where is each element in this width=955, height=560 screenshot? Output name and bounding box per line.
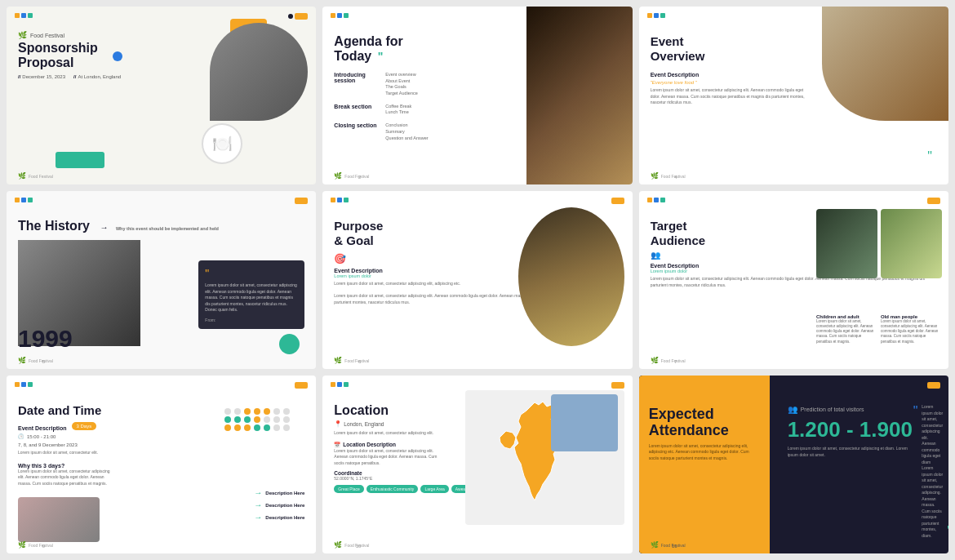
accent-green-1 bbox=[56, 152, 104, 168]
slide1-location: // At London, England bbox=[73, 74, 121, 79]
history-quote-box: " Lorem ipsum dolor sit amet, consectetu… bbox=[198, 260, 304, 329]
days-badge: 3 Days bbox=[72, 422, 97, 430]
history-year: 1999 bbox=[18, 325, 73, 353]
loc-desc-icon: 📅 bbox=[334, 442, 340, 448]
slide-location: Location 📍 London, England Lorem ipsum d… bbox=[322, 376, 632, 553]
blue-circle-1 bbox=[113, 51, 122, 61]
uk-map-svg bbox=[465, 390, 624, 525]
slide-grid: 🌿 Food Festival SponsorshipProposal // D… bbox=[0, 0, 955, 560]
purpose-oval-img bbox=[518, 207, 624, 346]
attendance-lorem-right: Lorem ipsum dolor sit amet, consectetur … bbox=[788, 446, 918, 458]
corner-tl-6 bbox=[647, 198, 665, 202]
corner-tr-5 bbox=[611, 198, 624, 204]
desc-arrow-2: → bbox=[254, 500, 262, 509]
from-label: From: bbox=[205, 318, 298, 322]
quote-symbol: " bbox=[205, 267, 298, 280]
corner-tl-8 bbox=[331, 382, 349, 387]
audience-img-2 bbox=[881, 209, 942, 278]
location-desc-text: Lorem ipsum dolor sit amet, consectetur … bbox=[334, 448, 448, 467]
camera-icon-5 bbox=[611, 198, 624, 204]
desc-row-2: → Description Here bbox=[254, 500, 304, 509]
corner-tl-2 bbox=[331, 13, 349, 18]
corner-tr-8 bbox=[611, 382, 624, 389]
slide2-footer: 🌿 Food Festival 2 bbox=[334, 172, 369, 180]
attendance-quote-section: " Lorem ipsum dolor sit amet, consectetu… bbox=[913, 404, 937, 539]
slide-date-time: Date and Time Event Description 3 Days 🕒… bbox=[7, 376, 316, 553]
corner-tl-1 bbox=[15, 13, 33, 18]
svg-rect-1 bbox=[551, 394, 618, 451]
slide3-photo bbox=[822, 7, 948, 121]
desc-row-3: → Description Here bbox=[254, 513, 304, 522]
slide-expected-attendance: ExpectedAttendance Lorem ipsum dolor sit… bbox=[639, 376, 948, 553]
children-label-col: Children and adult Lorem ipsum dolor sit… bbox=[816, 314, 877, 344]
location-lorem: Lorem ipsum dolor sit amet, consectetur … bbox=[334, 430, 448, 437]
slide8-footer: 🌿 Food Festival 10 bbox=[334, 541, 369, 549]
slide-sponsorship: 🌿 Food Festival SponsorshipProposal // D… bbox=[7, 7, 316, 184]
img-labels: Children and adult Lorem ipsum dolor sit… bbox=[816, 314, 942, 344]
dot-green-1 bbox=[28, 13, 33, 18]
quote-mark-3: " bbox=[927, 149, 932, 164]
slide-event-overview: EventOverview Event Description "Everyon… bbox=[639, 7, 948, 184]
date-text: 7, 8, and 9 December 2023 bbox=[18, 442, 304, 447]
audience-images bbox=[816, 209, 942, 278]
audience-img-1 bbox=[816, 209, 877, 278]
uk-map-area bbox=[465, 390, 624, 525]
corner-tl-4 bbox=[15, 198, 33, 202]
pin-icon: 📍 bbox=[334, 420, 342, 428]
slide9-footer: 🌿 Food Festival 11 bbox=[651, 541, 686, 549]
lorem1-text: Lorem ipsum dolor sit amet, consectetur … bbox=[18, 450, 116, 456]
descriptions: → Description Here → Description Here → … bbox=[254, 488, 304, 525]
slide4-footer: 🌿 Food Festival 5 bbox=[18, 357, 53, 364]
attendance-left-panel: ExpectedAttendance Lorem ipsum dolor sit… bbox=[639, 376, 770, 553]
why3-text: Lorem ipsum dolor sit amet, consectetur … bbox=[18, 469, 116, 487]
old-label-col: Old man people Lorem ipsum dolor sit ame… bbox=[881, 314, 942, 344]
slide-agenda: Agenda forToday " Introducing session Ev… bbox=[322, 7, 632, 184]
quote-left-icon: " bbox=[913, 404, 918, 419]
dot-dark-1 bbox=[288, 14, 293, 19]
tag-large-area: Large Area bbox=[420, 485, 448, 493]
attendance-right-panel: 👥 Prediction of total visitors 1.200 - 1… bbox=[776, 376, 948, 553]
slide-history: The History → Why this event should be i… bbox=[7, 191, 316, 369]
slide-target-audience: TargetAudience 👥 Event Description Lorem… bbox=[639, 191, 948, 369]
plate-icon: 🍽️ bbox=[202, 123, 242, 164]
history-title: The History → Why this event should be i… bbox=[18, 219, 304, 233]
attendance-quote-text: Lorem ipsum dolor sit amet, consectetur … bbox=[922, 404, 943, 539]
person-icon: 👥 bbox=[788, 405, 797, 414]
desc-row-1: → Description Here bbox=[254, 488, 304, 497]
desc-arrow-1: → bbox=[254, 488, 262, 497]
dot-blue-1 bbox=[21, 13, 26, 18]
quote-right-icon: " bbox=[947, 524, 948, 539]
slide7-footer: 🌿 Food Festival 9 bbox=[18, 541, 53, 549]
slide1-footer: 🌿 Food Festival bbox=[18, 172, 53, 180]
camera-icon-1 bbox=[295, 13, 308, 20]
why3-label: Why this 3 days? bbox=[18, 463, 304, 469]
camera-icon-6 bbox=[927, 198, 940, 204]
corner-tr-7 bbox=[295, 382, 308, 389]
leaf-icon: 🌿 bbox=[18, 31, 27, 39]
calendar-grid bbox=[224, 408, 291, 431]
corner-tl-5 bbox=[331, 198, 349, 202]
slide3-footer: 🌿 Food Festival 4 bbox=[651, 172, 686, 180]
date-bottom-img bbox=[18, 497, 100, 542]
attendance-lorem-left: Lorem ipsum dolor sit amet, consectetur … bbox=[649, 443, 760, 462]
camera-icon-8 bbox=[611, 382, 624, 389]
slide2-photo bbox=[526, 7, 633, 184]
slide6-footer: 🌿 Food Festival 7 bbox=[651, 357, 686, 364]
slide1-image bbox=[210, 23, 308, 121]
camera-icon-4 bbox=[295, 198, 308, 204]
tag-great-place: Great Place bbox=[334, 485, 363, 493]
tag-enthusiastic: Enthusiastic Community bbox=[366, 485, 419, 493]
time-row: 🕒 15:00 - 21:00 bbox=[18, 433, 304, 439]
slide5-footer: 🌿 Food Festival 6 bbox=[334, 357, 369, 364]
slide-purpose: Purpose& Goal 🎯 Event Description Lorem … bbox=[322, 191, 632, 369]
corner-tl-7 bbox=[15, 382, 33, 387]
corner-tr-4 bbox=[295, 198, 308, 204]
corner-tl-3 bbox=[647, 13, 665, 18]
clock-icon: 🕒 bbox=[18, 433, 24, 439]
camera-icon-7 bbox=[295, 382, 308, 389]
slide1-date: // December 15, 2023 bbox=[18, 74, 65, 79]
corner-tr-6 bbox=[927, 198, 940, 204]
desc-arrow-3: → bbox=[254, 513, 262, 522]
dot-orange-1 bbox=[15, 13, 20, 18]
green-dot-4 bbox=[279, 334, 300, 354]
